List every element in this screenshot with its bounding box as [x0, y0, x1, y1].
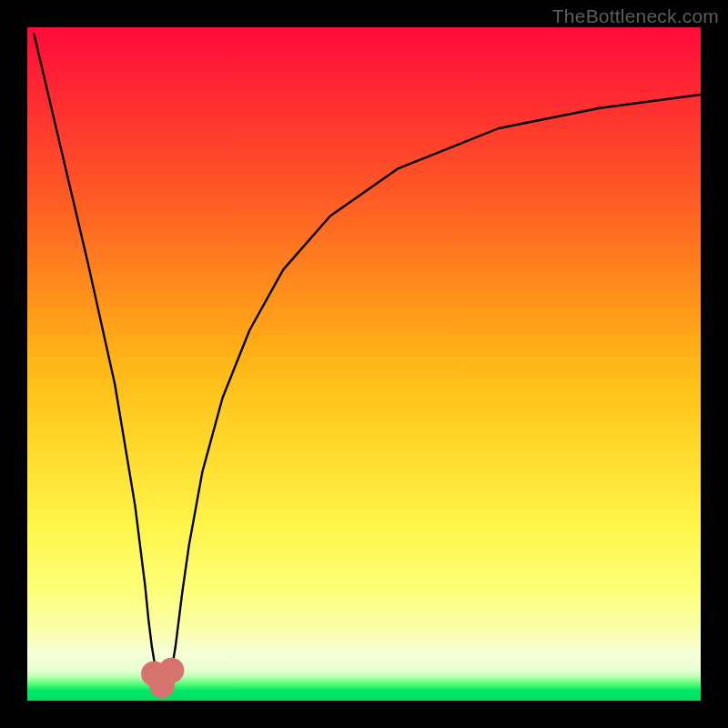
bottleneck-curve: [34, 34, 701, 685]
watermark-text: TheBottleneck.com: [552, 5, 719, 27]
marker-high: [158, 658, 184, 683]
curve-svg: [27, 27, 701, 701]
plot-area: [27, 27, 701, 701]
markers-group: [141, 658, 184, 698]
chart-frame: TheBottleneck.com: [0, 0, 728, 728]
